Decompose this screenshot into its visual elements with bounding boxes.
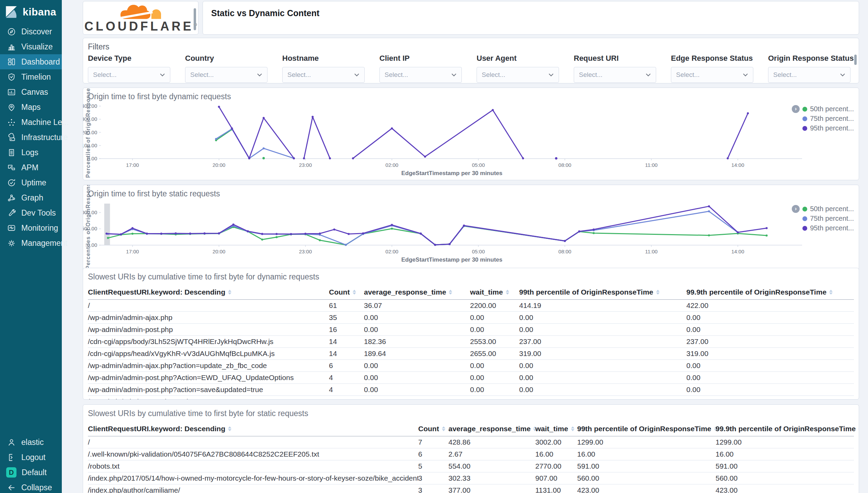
sidebar-item-elastic[interactable]: elastic bbox=[0, 435, 62, 450]
filter-select-user-agent[interactable]: Select... bbox=[477, 67, 559, 83]
legend-entry-95th-percent[interactable]: 95th percent... bbox=[802, 224, 854, 232]
legend-dot-icon bbox=[802, 226, 807, 231]
x-tick-label: 05:00 bbox=[472, 162, 485, 168]
cell: /wp-admin/admin-post.php?Action=EWD_UFAQ… bbox=[88, 372, 329, 383]
cell: 189.64 bbox=[364, 348, 470, 359]
sidebar-item-label: Uptime bbox=[21, 178, 46, 187]
cell: 0.00 bbox=[364, 396, 470, 400]
data-point bbox=[766, 227, 768, 229]
column-header-average-response-time[interactable]: average_response_time bbox=[364, 284, 470, 299]
sidebar-item-timelion[interactable]: Timelion bbox=[0, 69, 62, 84]
cell: 591.00 bbox=[577, 460, 716, 472]
sidebar-item-apm[interactable]: APM bbox=[0, 160, 62, 175]
cell: 0.00 bbox=[470, 324, 519, 335]
sidebar-item-label: Monitoring bbox=[21, 223, 58, 233]
table-static-title: Slowest URIs by cumulative time to first… bbox=[83, 405, 859, 422]
column-header-count[interactable]: Count bbox=[329, 284, 364, 299]
filter-select-country[interactable]: Select... bbox=[185, 67, 267, 83]
data-point bbox=[262, 157, 265, 159]
sidebar-item-infrastructure[interactable]: Infrastructure bbox=[0, 130, 62, 145]
x-tick-label: 05:00 bbox=[472, 249, 485, 254]
sidebar-item-dev-tools[interactable]: Dev Tools bbox=[0, 205, 62, 220]
select-placeholder: Select... bbox=[773, 71, 797, 79]
filters-panel-scrollbar[interactable] bbox=[854, 55, 857, 65]
table-static-panel: Slowest URIs by cumulative time to first… bbox=[83, 404, 859, 493]
cell: 422.00 bbox=[686, 300, 854, 311]
data-point bbox=[708, 205, 710, 207]
legend-entry-50th-percent[interactable]: 50th percent... bbox=[802, 205, 854, 213]
sidebar-item-graph[interactable]: Graph bbox=[0, 190, 62, 205]
data-point bbox=[391, 228, 393, 230]
filter-select-hostname[interactable]: Select... bbox=[282, 67, 365, 83]
filter-select-origin-response-status[interactable]: Select... bbox=[768, 67, 850, 83]
sidebar-item-discover[interactable]: Discover bbox=[0, 24, 62, 39]
legend-entry-75th-percent[interactable]: 75th percent... bbox=[802, 115, 854, 123]
data-point bbox=[312, 116, 314, 118]
legend-toggle-arrow-icon[interactable]: › bbox=[792, 105, 800, 113]
column-header-99-9th-percentile-of-originresponsetime[interactable]: 99.9th percentile of OriginResponseTime bbox=[716, 421, 859, 436]
legend-toggle-arrow-icon[interactable]: › bbox=[792, 205, 800, 213]
sidebar-item-maps[interactable]: Maps bbox=[0, 100, 62, 115]
data-point bbox=[160, 233, 162, 235]
chart-static-panel: Origin time to first byte static request… bbox=[83, 185, 859, 277]
column-header-count[interactable]: Count bbox=[418, 421, 448, 436]
sidebar-footer-nav: elasticLogoutDDefaultCollapse bbox=[0, 435, 62, 493]
cell: 3002.00 bbox=[535, 436, 577, 448]
series-line-95th-percentile-of-originresponsetime bbox=[353, 110, 523, 159]
sidebar-item-collapse[interactable]: Collapse bbox=[0, 480, 62, 493]
filter-select-edge-response-status[interactable]: Select... bbox=[671, 67, 753, 83]
column-header-99th-percentile-of-originresponsetime[interactable]: 99th percentile of OriginResponseTime bbox=[577, 421, 716, 436]
column-header-wait-time[interactable]: wait_time bbox=[535, 421, 577, 436]
sidebar-item-dashboard[interactable]: Dashboard bbox=[0, 54, 62, 69]
data-point bbox=[391, 127, 393, 129]
sidebar-item-monitoring[interactable]: Monitoring bbox=[0, 220, 62, 236]
table-dynamic-panel: Slowest URIs by cumulative time to first… bbox=[83, 268, 859, 400]
cell: 35 bbox=[329, 312, 364, 323]
filter-select-device-type[interactable]: Select... bbox=[88, 67, 170, 83]
cell: 2200.00 bbox=[470, 300, 519, 311]
cell: /.well-known/pki-validation/054075F6A27B… bbox=[88, 448, 418, 460]
logo-panel-scrollbar[interactable] bbox=[194, 8, 196, 30]
legend-entry-95th-percent[interactable]: 95th percent... bbox=[802, 124, 854, 132]
column-header-average-response-time[interactable]: average_response_time bbox=[448, 421, 535, 436]
legend-entry-50th-percent[interactable]: 50th percent... bbox=[802, 105, 854, 113]
legend-dot-icon bbox=[802, 107, 807, 112]
filter-select-client-ip[interactable]: Select... bbox=[379, 67, 462, 83]
column-header-label: wait_time bbox=[535, 425, 568, 433]
column-header-clientrequesturi-keyword-descending[interactable]: ClientRequestURI.keyword: Descending bbox=[88, 284, 329, 299]
column-header-99th-percentile-of-originresponsetime[interactable]: 99th percentile of OriginResponseTime bbox=[519, 284, 686, 299]
sidebar-item-logs[interactable]: Logs bbox=[0, 145, 62, 160]
data-point bbox=[333, 228, 335, 230]
sidebar-item-label: Discover bbox=[21, 27, 52, 36]
sidebar-item-logout[interactable]: Logout bbox=[0, 450, 62, 465]
select-placeholder: Select... bbox=[579, 71, 603, 79]
sidebar-item-default[interactable]: DDefault bbox=[0, 465, 62, 480]
data-point bbox=[420, 232, 422, 234]
column-header-clientrequesturi-keyword-descending[interactable]: ClientRequestURI.keyword: Descending bbox=[88, 421, 418, 436]
legend-entry-75th-percent[interactable]: 75th percent... bbox=[802, 215, 854, 222]
sidebar-item-uptime[interactable]: Uptime bbox=[0, 175, 62, 190]
chevron-down-icon bbox=[743, 73, 748, 77]
chart-static-plot: 0.00500.001000.0017:0020:0023:0002:0005:… bbox=[83, 185, 859, 277]
table-row: /.well-known/pki-validation/054075F6A27B… bbox=[88, 448, 854, 460]
filter-select-request-uri[interactable]: Select... bbox=[574, 67, 656, 83]
x-tick-label: 20:00 bbox=[213, 162, 226, 168]
cell: 1299.00 bbox=[716, 436, 854, 448]
filter-field-edge-response-status: Edge Response StatusSelect... bbox=[671, 54, 753, 83]
sidebar-item-visualize[interactable]: Visualize bbox=[0, 39, 62, 54]
cell: 423.00 bbox=[577, 484, 716, 493]
sort-icon bbox=[442, 426, 445, 431]
cell: 554.00 bbox=[448, 460, 535, 472]
infrastructure-icon bbox=[7, 133, 16, 142]
column-header-99-9th-percentile-of-originresponsetime[interactable]: 99.9th percentile of OriginResponseTime bbox=[686, 284, 854, 299]
column-header-label: ClientRequestURI.keyword: Descending bbox=[88, 288, 225, 296]
column-header-wait-time[interactable]: wait_time bbox=[470, 284, 519, 299]
sidebar-item-canvas[interactable]: Canvas bbox=[0, 84, 62, 100]
sidebar-item-management[interactable]: Management bbox=[0, 236, 62, 251]
chevron-down-icon bbox=[451, 73, 457, 77]
sidebar-item-machine-le[interactable]: Machine Le... bbox=[0, 115, 62, 130]
data-point bbox=[218, 106, 220, 108]
filter-field-request-uri: Request URISelect... bbox=[574, 54, 656, 83]
kibana-logo[interactable]: kibana bbox=[0, 0, 62, 23]
legend-label: 95th percent... bbox=[810, 124, 854, 132]
